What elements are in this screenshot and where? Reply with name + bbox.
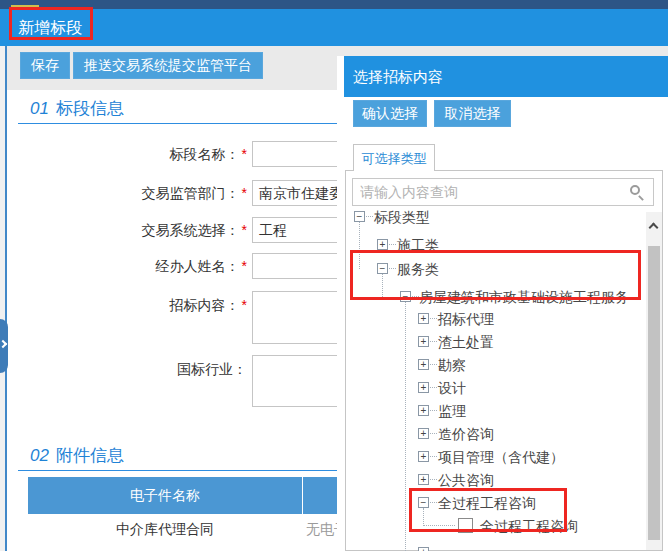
tree-item-partial[interactable] — [337, 542, 637, 551]
required-asterisk: * — [242, 297, 247, 313]
tree-item-supervision[interactable]: 监理 — [337, 400, 637, 422]
tree-item-survey[interactable]: 勘察 — [337, 354, 637, 376]
left-edge-border — [5, 46, 7, 551]
tree-item-whole-process-consulting[interactable]: 全过程工程咨询 — [337, 492, 637, 514]
top-dark-strip — [0, 0, 668, 9]
confirm-selection-button[interactable]: 确认选择 — [353, 100, 427, 127]
tree-collapse-icon[interactable] — [354, 211, 365, 222]
tree-item-whole-process-consulting-leaf[interactable]: 全过程工程咨询 — [337, 515, 637, 537]
tree-connector — [430, 410, 437, 411]
tree-expand-icon[interactable] — [418, 336, 429, 347]
section-divider — [18, 123, 338, 124]
dialog-title: 选择招标内容 — [353, 56, 443, 97]
expand-sidebar-handle[interactable] — [0, 319, 8, 373]
tree-item-tender-agency[interactable]: 招标代理 — [337, 308, 637, 330]
scrollbar-thumb[interactable] — [648, 246, 660, 540]
tree-item-muck-disposal[interactable]: 渣土处置 — [337, 331, 637, 353]
field-label-national-industry: 国标行业： — [60, 359, 247, 379]
tree-item-cost-consulting[interactable]: 造价咨询 — [337, 423, 637, 445]
tree-item-housing-municipal-services[interactable]: 房屋建筑和市政基础设施工程服务 — [337, 286, 637, 308]
page-header-bar — [0, 9, 668, 46]
tree-expand-icon[interactable] — [418, 382, 429, 393]
required-asterisk: * — [242, 222, 247, 238]
field-label-agent-name: 经办人姓名：* — [60, 253, 247, 279]
tab-selectable-types[interactable]: 可选择类型 — [353, 144, 435, 171]
tree-connector — [430, 318, 437, 319]
tree-connector — [430, 341, 437, 342]
tree-expand-icon[interactable] — [418, 547, 429, 551]
column-divider — [302, 477, 303, 514]
field-label-regulator: 交易监管部门：* — [60, 180, 247, 206]
field-label-tender-content: 招标内容：* — [60, 295, 247, 315]
page-title: 新增标段 — [18, 9, 82, 46]
field-label-bid-name: 标段名称：* — [60, 141, 247, 167]
scrollbar-track[interactable] — [646, 212, 662, 550]
section-info-heading: 01标段信息 — [30, 97, 124, 120]
column-header-file-name: 电子件名称 — [28, 477, 302, 514]
tree-collapse-icon[interactable] — [418, 497, 429, 508]
tree-connector — [430, 479, 437, 480]
search-icon[interactable] — [630, 185, 645, 200]
search-input[interactable] — [353, 179, 653, 205]
section-title: 附件信息 — [56, 446, 124, 465]
tree-item-public-consulting[interactable]: 公共咨询 — [337, 469, 637, 491]
scroll-up-arrow-icon[interactable] — [649, 223, 659, 233]
required-asterisk: * — [242, 185, 247, 201]
tree-item-construction[interactable]: 施工类 — [337, 234, 637, 256]
field-label-trade-system: 交易系统选择：* — [60, 217, 247, 243]
tree-item-bid-type[interactable]: 标段类型 — [337, 206, 637, 228]
tree-connector — [430, 502, 437, 503]
tree-item-design[interactable]: 设计 — [337, 377, 637, 399]
tree-connector — [430, 433, 437, 434]
whole-process-consulting-checkbox[interactable] — [458, 518, 473, 533]
cancel-selection-button[interactable]: 取消选择 — [434, 100, 511, 127]
chevron-right-icon — [0, 340, 7, 348]
section-attachments-heading: 02附件信息 — [30, 444, 124, 467]
tree-connector — [389, 244, 396, 245]
tree-item-project-management[interactable]: 项目管理（含代建） — [337, 446, 637, 468]
tree-connector — [430, 364, 437, 365]
tree-connector — [423, 525, 455, 526]
section-number: 02 — [30, 446, 49, 465]
tree-expand-icon[interactable] — [418, 359, 429, 370]
tree-expand-icon[interactable] — [418, 405, 429, 416]
tree-expand-icon[interactable] — [418, 428, 429, 439]
dialog-header-bar: 选择招标内容 — [344, 56, 668, 97]
section-title: 标段信息 — [56, 99, 124, 118]
tree-expand-icon[interactable] — [418, 451, 429, 462]
select-tender-content-dialog: 选择招标内容 确认选择 取消选择 可选择类型 标段类型 施工类 服务类 — [337, 56, 668, 551]
tree-connector — [389, 268, 396, 269]
tree-item-service[interactable]: 服务类 — [337, 258, 637, 280]
tree-expand-icon[interactable] — [418, 313, 429, 324]
tree-connector — [430, 387, 437, 388]
tree-expand-icon[interactable] — [418, 474, 429, 485]
tree-collapse-icon[interactable] — [377, 263, 388, 274]
tree-expand-icon[interactable] — [377, 239, 388, 250]
tree-connector — [366, 216, 373, 217]
section-number: 01 — [30, 99, 49, 118]
save-button[interactable]: 保存 — [20, 52, 70, 79]
top-yellow-marker — [11, 5, 39, 7]
tree-connector — [430, 456, 437, 457]
app-window: 新增标段 保存 推送交易系统提交监管平台 01标段信息 标段名称：* 交易监管部… — [0, 0, 668, 551]
push-to-regulator-button[interactable]: 推送交易系统提交监管平台 — [73, 52, 263, 79]
tree-collapse-icon[interactable] — [400, 291, 411, 302]
tree-connector — [412, 296, 419, 297]
required-asterisk: * — [242, 258, 247, 274]
attachment-name: 中介库代理合同 — [28, 514, 302, 551]
section-divider — [18, 470, 338, 471]
search-box — [352, 178, 654, 206]
required-asterisk: * — [242, 146, 247, 162]
